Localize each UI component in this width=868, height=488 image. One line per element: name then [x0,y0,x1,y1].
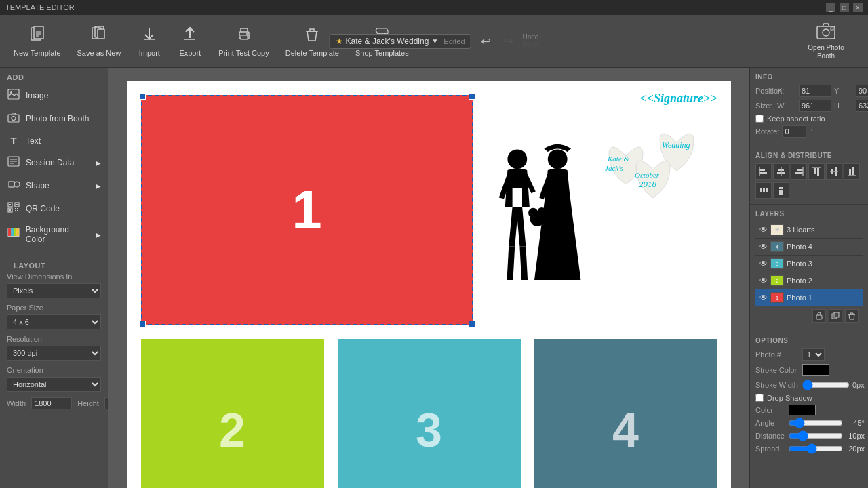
dimensions-unit-select[interactable]: Pixels [7,283,101,298]
distribute-v-button[interactable] [773,182,789,199]
keep-aspect-checkbox[interactable] [755,115,764,123]
drop-shadow-label: Drop Shadow [767,394,812,402]
import-button[interactable]: Import [130,22,168,61]
paper-size-select[interactable]: 4 x 6 [7,314,101,329]
background-color-item[interactable]: Background Color ▶ [0,220,108,249]
svg-rect-36 [8,228,11,237]
window-controls[interactable]: _ □ × [826,3,863,12]
orientation-select[interactable]: Horizontal [7,377,101,392]
add-text-item[interactable]: T Text [0,130,108,151]
info-title: INFO [755,73,863,81]
svg-rect-60 [814,168,816,174]
layer-photo1-item[interactable]: 👁 1 Photo 1 [755,289,863,306]
options-title: OPTIONS [755,337,863,344]
export-label: Export [179,49,201,57]
svg-rect-34 [17,210,18,211]
rotate-input[interactable] [782,125,806,138]
options-section: OPTIONS Photo # 1 Stroke Color Stroke Wi… [750,331,868,462]
svg-rect-17 [8,115,19,122]
open-photo-booth-button[interactable]: Open Photo Booth [791,18,861,64]
resolution-select[interactable]: 300 dpi [7,346,101,361]
layer-eye-icon[interactable]: 👁 [760,276,768,285]
shadow-angle-row: Angle 45° [755,418,863,428]
add-image-label: Image [26,91,48,100]
layer-eye-icon[interactable]: 👁 [760,242,768,251]
stroke-slider-container: 0px [802,380,865,390]
shadow-color-swatch[interactable] [789,405,816,415]
qr-code-item[interactable]: QR Code [0,197,108,220]
align-center-h-button[interactable] [773,163,789,180]
layout-section: LAYOUT View Dimensions In Pixels Paper S… [0,249,108,416]
keep-aspect-row: Keep aspect ratio [755,115,863,123]
svg-rect-67 [852,167,854,175]
layers-section: LAYERS 👁 ❤ 3 Hearts 👁 4 Photo 4 👁 3 Phot… [750,205,868,331]
handle-tr[interactable] [469,93,475,100]
print-test-copy-button[interactable]: Print Test Copy [212,22,275,61]
redo-button[interactable]: ↪ [499,33,517,50]
couple-silhouette-decoration [473,136,595,339]
drop-shadow-row: Drop Shadow [755,394,863,402]
photo-hash-select[interactable]: 1 [802,348,825,361]
svg-point-41 [507,149,527,169]
shadow-spread-slider[interactable] [789,443,843,454]
lock-layer-button[interactable] [812,309,826,323]
svg-rect-58 [795,172,803,174]
dimensions-row: Width Height [7,397,101,409]
session-data-item[interactable]: Session Data ▶ [0,151,108,174]
align-top-button[interactable] [808,163,825,180]
layer-photo2-item[interactable]: 👁 2 Photo 2 [755,272,863,289]
x-input[interactable] [799,85,831,97]
width-input[interactable] [31,397,72,409]
app-title: TEMPLATE EDITOR [5,3,75,12]
delete-layer-button[interactable] [845,309,859,323]
width-label: Width [7,399,26,407]
shadow-distance-slider[interactable] [789,430,843,441]
undo-button[interactable]: ↩ [477,33,495,50]
new-template-button[interactable]: New Template [7,22,68,61]
h-input[interactable] [856,100,868,112]
photo4-slot[interactable]: 4 [534,339,717,488]
export-button[interactable]: Export [171,22,209,61]
shape-item[interactable]: Shape ▶ [0,174,108,197]
distribute-h-button[interactable] [755,182,772,199]
photo1-slot[interactable]: 1 [141,95,473,325]
rotate-label: Rotate: [755,127,779,136]
y-input[interactable] [856,85,868,97]
handle-tl[interactable] [139,93,146,100]
stroke-width-slider[interactable] [802,380,850,390]
dropdown-arrow-icon[interactable]: ▼ [431,37,438,45]
align-center-v-button[interactable] [826,163,842,180]
layer-actions [755,306,863,325]
duplicate-layer-button[interactable] [829,309,842,323]
drop-shadow-checkbox[interactable] [755,394,764,402]
height-label: Height [77,399,99,407]
align-right-button[interactable] [791,163,807,180]
svg-point-44 [528,208,538,218]
canvas[interactable]: <<Signature>> 1 [127,81,731,488]
w-input[interactable] [799,100,831,112]
stroke-color-swatch[interactable] [802,364,829,376]
minimize-button[interactable]: _ [826,3,835,12]
shadow-angle-slider[interactable] [789,418,843,428]
photo2-slot[interactable]: 2 [141,339,324,488]
save-as-new-button[interactable]: Save as New [71,22,128,61]
align-bottom-button[interactable] [844,163,860,180]
handle-bl[interactable] [139,321,146,327]
stroke-width-value: 0px [852,381,865,389]
project-name-display[interactable]: ★ Kate & Jack's Wedding ▼ Edited [330,34,471,49]
close-button[interactable]: × [853,3,863,12]
layer-hearts-item[interactable]: 👁 ❤ 3 Hearts [755,222,863,239]
layer-photo3-item[interactable]: 👁 3 Photo 3 [755,256,863,272]
align-left-button[interactable] [755,163,772,180]
maximize-button[interactable]: □ [840,3,849,12]
svg-rect-71 [766,188,768,192]
layer-photo4-item[interactable]: 👁 4 Photo 4 [755,239,863,256]
layer-eye-icon[interactable]: 👁 [760,293,768,302]
shadow-angle-value: 45° [846,419,865,427]
photo3-slot[interactable]: 3 [338,339,521,488]
photo-from-booth-item[interactable]: Photo from Booth [0,107,108,130]
layer-photo4-label: Photo 4 [787,243,859,251]
add-image-item[interactable]: Image [0,84,108,107]
layer-eye-icon[interactable]: 👁 [760,225,768,235]
layer-eye-icon[interactable]: 👁 [760,259,768,268]
